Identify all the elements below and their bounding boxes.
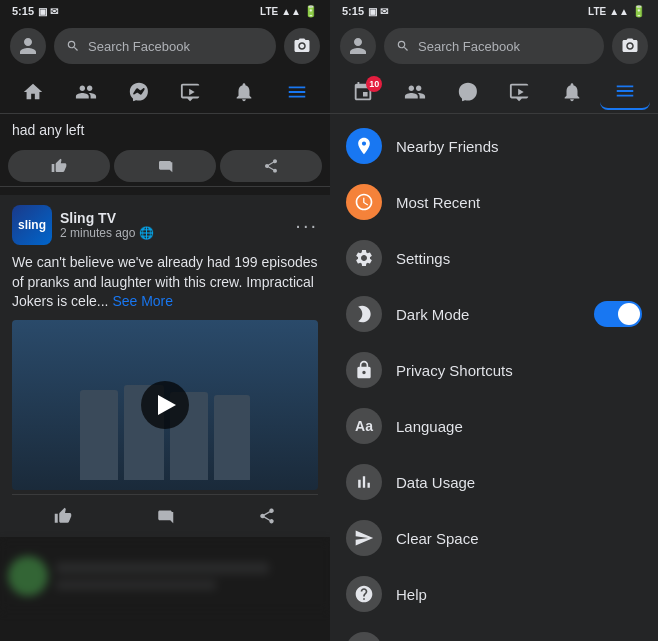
user-icon-left — [18, 36, 38, 56]
comment-btn-prev[interactable] — [114, 150, 216, 182]
blurred-lines — [56, 562, 322, 590]
menu-item-dark-mode[interactable]: Dark Mode — [330, 286, 658, 342]
status-bar-left: 5:15 ▣ ✉ LTE ▲▲ 🔋 — [0, 0, 330, 22]
nav-watch[interactable] — [166, 74, 217, 110]
lock-icon — [354, 360, 374, 380]
nav-right-watch[interactable] — [495, 74, 545, 110]
nav-notifications[interactable] — [219, 74, 270, 110]
play-button[interactable] — [141, 381, 189, 429]
signal-right: ▲▲ — [609, 6, 629, 17]
settings-label: Settings — [396, 250, 642, 267]
blurred-post — [0, 541, 330, 611]
menu-item-about[interactable]: About — [330, 622, 658, 641]
help-label: Help — [396, 586, 642, 603]
share-icon-prev — [263, 158, 279, 174]
menu-item-most-recent[interactable]: Most Recent — [330, 174, 658, 230]
nav-right-bell[interactable] — [547, 74, 597, 110]
comment-button[interactable] — [114, 499, 216, 533]
nav-right-messenger[interactable] — [443, 74, 493, 110]
see-more-link[interactable]: See More — [112, 293, 173, 309]
most-recent-icon — [346, 184, 382, 220]
camera-button-left[interactable] — [284, 28, 320, 64]
aa-text: Aa — [355, 418, 373, 434]
status-icons-left: ▣ ✉ — [38, 6, 58, 17]
post-text: We can't believe we've already had 199 e… — [12, 253, 318, 312]
messenger-icon — [128, 81, 150, 103]
help-icon — [346, 576, 382, 612]
lte-left: LTE — [260, 6, 278, 17]
moon-icon — [354, 304, 374, 324]
like-button[interactable] — [12, 499, 114, 533]
comment-icon-prev — [157, 158, 173, 174]
search-bar-right[interactable]: Search Facebook — [384, 28, 604, 64]
menu-icon-left — [286, 81, 308, 103]
blurred-line-2 — [56, 580, 216, 590]
menu-item-language[interactable]: Aa Language — [330, 398, 658, 454]
nearby-friends-label: Nearby Friends — [396, 138, 642, 155]
search-placeholder-left: Search Facebook — [88, 39, 190, 54]
status-icons-right: ▣ ✉ — [368, 6, 388, 17]
sling-logo: sling — [12, 205, 52, 245]
share-icon — [258, 507, 276, 525]
data-usage-label: Data Usage — [396, 474, 642, 491]
post-actions — [12, 494, 318, 537]
privacy-icon — [346, 352, 382, 388]
like-btn-prev[interactable] — [8, 150, 110, 182]
camera-button-right[interactable] — [612, 28, 648, 64]
person-1 — [80, 390, 118, 480]
menu-item-nearby-friends[interactable]: Nearby Friends — [330, 118, 658, 174]
friends-icon — [75, 81, 97, 103]
battery-left: 🔋 — [304, 5, 318, 18]
nav-home[interactable] — [8, 74, 59, 110]
nav-bar-left — [0, 70, 330, 114]
nav-messenger[interactable] — [113, 74, 164, 110]
privacy-label: Privacy Shortcuts — [396, 362, 642, 379]
nav-bar-right: 10 — [330, 70, 658, 114]
nav-right-friends[interactable] — [390, 74, 440, 110]
video-icon-right — [509, 81, 531, 103]
status-bar-right: 5:15 ▣ ✉ LTE ▲▲ 🔋 — [330, 0, 658, 22]
user-avatar-left[interactable] — [10, 28, 46, 64]
menu-item-settings[interactable]: Settings — [330, 230, 658, 286]
dark-mode-icon — [346, 296, 382, 332]
like-icon — [54, 507, 72, 525]
nav-right-menu[interactable] — [600, 74, 650, 110]
globe-icon: 🌐 — [139, 226, 154, 240]
post-image[interactable] — [12, 320, 318, 490]
prev-post-actions — [0, 146, 330, 187]
search-icon-left — [66, 39, 80, 53]
blurred-line-1 — [56, 562, 269, 574]
post-author: sling Sling TV 2 minutes ago 🌐 — [12, 205, 154, 245]
post-time: 2 minutes ago — [60, 226, 135, 240]
share-btn-prev[interactable] — [220, 150, 322, 182]
notifications-icon — [233, 81, 255, 103]
sling-tv-post: sling Sling TV 2 minutes ago 🌐 ··· We ca… — [0, 195, 330, 537]
help-circle-icon — [354, 584, 374, 604]
friends-icon-right — [404, 81, 426, 103]
share-button[interactable] — [216, 499, 318, 533]
search-bar-left[interactable]: Search Facebook — [54, 28, 276, 64]
nav-menu[interactable] — [271, 74, 322, 110]
status-time-left: 5:15 ▣ ✉ — [12, 5, 58, 17]
person-4 — [214, 395, 250, 480]
nav-right-notifications[interactable]: 10 — [338, 74, 388, 110]
had-left-text: had any left — [0, 114, 330, 146]
time-right: 5:15 — [342, 5, 364, 17]
post-more-button[interactable]: ··· — [295, 214, 318, 237]
nav-friends[interactable] — [61, 74, 112, 110]
most-recent-label: Most Recent — [396, 194, 642, 211]
post-author-name: Sling TV — [60, 210, 154, 226]
status-time-right: 5:15 ▣ ✉ — [342, 5, 388, 17]
post-author-info: Sling TV 2 minutes ago 🌐 — [60, 210, 154, 240]
dark-mode-toggle[interactable] — [594, 301, 642, 327]
menu-item-help[interactable]: Help — [330, 566, 658, 622]
menu-item-data-usage[interactable]: Data Usage — [330, 454, 658, 510]
menu-list: Nearby Friends Most Recent Settings Dark… — [330, 114, 658, 641]
menu-item-clear-space[interactable]: Clear Space — [330, 510, 658, 566]
menu-item-privacy[interactable]: Privacy Shortcuts — [330, 342, 658, 398]
user-avatar-right[interactable] — [340, 28, 376, 64]
notification-badge: 10 — [366, 76, 382, 92]
clear-space-label: Clear Space — [396, 530, 642, 547]
post-area: had any left sling Sling TV — [0, 114, 330, 641]
nearby-friends-icon — [346, 128, 382, 164]
